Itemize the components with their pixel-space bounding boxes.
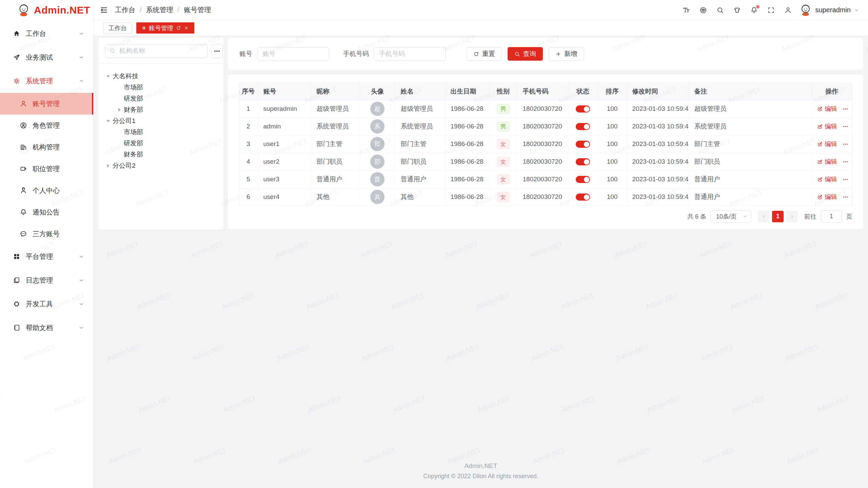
account-input[interactable] (257, 47, 329, 61)
reset-button[interactable]: 重置 (467, 47, 502, 61)
sidebar-item-workbench[interactable]: 工作台 (0, 22, 93, 45)
cell-account: superadmin (258, 100, 311, 118)
goto-page-input[interactable] (821, 210, 842, 223)
status-toggle[interactable] (576, 105, 590, 113)
table-row: 3user1部门主管部部门主管1986-06-28女18020030720100… (239, 135, 852, 153)
column-header-9: 排序 (598, 83, 627, 100)
tree-node[interactable]: 研发部 (101, 93, 221, 104)
tab-workbench[interactable]: 工作台 (103, 22, 132, 34)
sidebar-subitem-notice[interactable]: 通知公告 (0, 201, 93, 223)
edit-icon (817, 177, 823, 182)
search-button[interactable]: 查询 (508, 47, 543, 61)
edit-button[interactable]: 编辑 (817, 122, 837, 130)
sidebar-item-system-management[interactable]: 系统管理 (0, 69, 93, 93)
cell-index: 4 (239, 153, 258, 170)
edit-button[interactable]: 编辑 (817, 175, 837, 183)
sidebar-subitem-role-management[interactable]: 角色管理 (0, 115, 93, 136)
notification-icon[interactable] (750, 6, 758, 14)
row-more-button[interactable] (842, 194, 849, 200)
cell-account: admin (258, 118, 311, 135)
app-window: Admin.NET 工作台业务测试系统管理账号管理角色管理机构管理职位管理个人中… (0, 0, 868, 488)
search-icon[interactable] (716, 6, 724, 14)
row-more-button[interactable] (842, 106, 849, 112)
edit-icon (817, 194, 823, 200)
sidebar-subitem-position-management[interactable]: 职位管理 (0, 158, 93, 180)
send-icon (13, 54, 20, 61)
collapse-sidebar-icon[interactable] (100, 6, 108, 14)
breadcrumb-item-0[interactable]: 工作台 (115, 5, 135, 15)
theme-icon[interactable] (733, 6, 741, 14)
language-icon[interactable] (699, 6, 707, 14)
fullscreen-icon[interactable] (767, 6, 775, 14)
cell-index: 2 (239, 118, 258, 135)
footer-title: Admin.NET (94, 462, 868, 470)
phone-input[interactable] (374, 47, 446, 61)
tree-node[interactable]: 大名科技 (101, 70, 221, 82)
page-size-value: 10条/页 (716, 212, 737, 221)
tree-node[interactable]: 市场部 (101, 82, 221, 93)
sidebar-subitem-account-management[interactable]: 账号管理 (0, 93, 93, 115)
status-toggle[interactable] (576, 123, 590, 130)
font-size-icon[interactable] (683, 6, 690, 14)
sidebar-subitem-personal-center[interactable]: 个人中心 (0, 180, 93, 201)
cell-account: user1 (258, 135, 311, 153)
phone-label: 手机号码 (343, 49, 369, 58)
app-logo[interactable]: Admin.NET (0, 0, 93, 20)
close-icon[interactable] (184, 25, 189, 30)
tree-caret-icon[interactable] (115, 106, 124, 113)
sidebar-subitem-third-party-account[interactable]: 三方账号 (0, 223, 93, 245)
row-more-button[interactable] (842, 176, 849, 183)
status-toggle[interactable] (576, 176, 590, 183)
user-menu[interactable]: superadmin (799, 4, 859, 17)
breadcrumb-item-2[interactable]: 账号管理 (184, 5, 211, 15)
tree-node[interactable]: 财务部 (101, 149, 221, 160)
breadcrumb-item-1[interactable]: 系统管理 (146, 5, 173, 15)
user-avatar (799, 4, 812, 17)
sidebar-item-business-test[interactable]: 业务测试 (0, 45, 93, 69)
prev-page-button[interactable] (758, 211, 769, 222)
edit-button[interactable]: 编辑 (817, 158, 837, 166)
tree-node[interactable]: 分公司2 (101, 160, 221, 171)
tree-node[interactable]: 分公司1 (101, 115, 221, 126)
tree-caret-icon[interactable] (104, 162, 113, 169)
cell-remark: 部门职员 (689, 153, 811, 170)
status-toggle[interactable] (576, 158, 590, 165)
add-button[interactable]: 新增 (549, 47, 584, 61)
search-button-label: 查询 (523, 49, 536, 58)
avatar: 系 (370, 119, 384, 134)
tree-node-label: 研发部 (124, 139, 143, 148)
sidebar-item-platform-management[interactable]: 平台管理 (0, 245, 93, 268)
tree-node[interactable]: 研发部 (101, 138, 221, 149)
sidebar-item-help-docs[interactable]: 帮助文档 (0, 316, 93, 340)
tree-caret-icon[interactable] (104, 73, 113, 80)
tree-node[interactable]: 财务部 (101, 104, 221, 115)
sidebar-subitem-org-management[interactable]: 机构管理 (0, 136, 93, 158)
sidebar-item-log-management[interactable]: 日志管理 (0, 268, 93, 292)
edit-button[interactable]: 编辑 (817, 105, 837, 113)
tab-account-management[interactable]: 账号管理 (136, 22, 194, 34)
profile-icon[interactable] (784, 6, 792, 14)
org-more-button[interactable]: ••• (212, 44, 223, 58)
sidebar-subitem-label: 通知公告 (33, 208, 93, 217)
edit-button[interactable]: 编辑 (817, 193, 837, 201)
status-toggle[interactable] (576, 141, 590, 148)
status-toggle[interactable] (576, 194, 590, 201)
pagination: 共 6 条 10条/页 1 前往 页 (239, 206, 852, 227)
pagination-total: 共 6 条 (687, 212, 706, 221)
next-page-button[interactable] (786, 211, 798, 222)
sidebar-item-dev-tools[interactable]: 开发工具 (0, 292, 93, 316)
page-1-button[interactable]: 1 (772, 211, 784, 222)
chevron-down-icon (78, 30, 84, 37)
page-size-select[interactable]: 10条/页 (711, 210, 751, 223)
org-search-input[interactable] (119, 47, 203, 55)
row-more-button[interactable] (842, 141, 849, 147)
sidebar-subitem-label: 机构管理 (33, 143, 93, 152)
refresh-icon[interactable] (176, 25, 181, 30)
tree-caret-icon[interactable] (104, 118, 113, 124)
row-more-button[interactable] (842, 159, 849, 165)
edit-button[interactable]: 编辑 (817, 140, 837, 148)
row-more-button[interactable] (842, 123, 849, 130)
cell-modified-time: 2023-01-03 10:59:44 (627, 170, 689, 188)
role-icon (20, 122, 27, 129)
tree-node[interactable]: 市场部 (101, 126, 221, 138)
